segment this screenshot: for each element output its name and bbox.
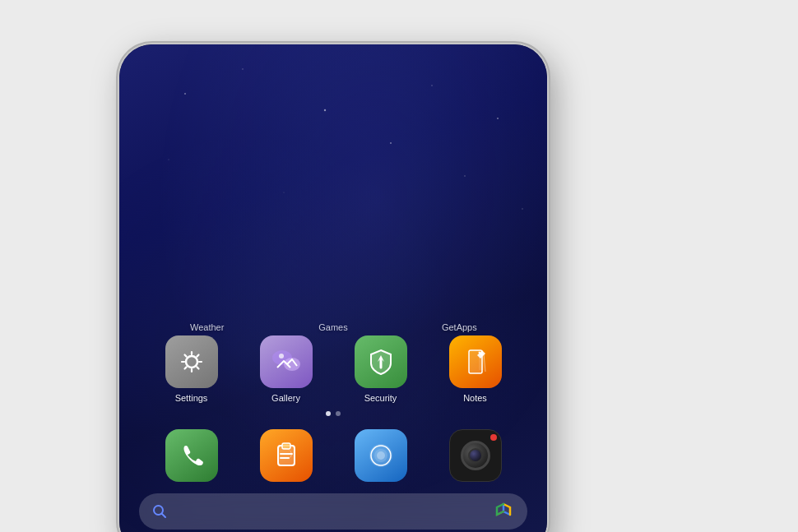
app-settings[interactable]: Settings	[159, 335, 225, 403]
security-icon-bg	[355, 335, 407, 388]
top-label-row: Weather Games GetApps	[119, 317, 547, 335]
main-app-row: Settings Gallery	[119, 335, 547, 403]
message-bubble-icon	[366, 441, 396, 470]
svg-line-17	[484, 354, 485, 372]
search-bar[interactable]	[139, 493, 527, 530]
svg-point-13	[279, 354, 284, 359]
settings-label: Settings	[175, 393, 208, 403]
phone-body: Weather Games GetApps Settings	[119, 44, 547, 533]
dot-inactive	[336, 411, 341, 416]
clipboard-icon-bg	[260, 429, 313, 482]
app-camera[interactable]	[443, 429, 508, 482]
gallery-icon-bg	[260, 335, 313, 388]
app-messages[interactable]	[348, 429, 414, 482]
app-clipboard[interactable]	[253, 429, 319, 482]
svg-line-27	[162, 513, 166, 517]
gallery-label: Gallery	[271, 393, 300, 403]
google-arc-icon	[493, 501, 514, 522]
settings-icon-bg	[165, 335, 218, 388]
messages-icon-bg	[355, 429, 407, 482]
camera-icon-bg	[449, 429, 502, 482]
weather-label[interactable]: Weather	[174, 322, 240, 332]
pencil-icon	[461, 347, 490, 377]
search-left	[152, 504, 167, 519]
notes-label: Notes	[463, 393, 487, 403]
screen: Weather Games GetApps Settings	[119, 44, 547, 533]
page-indicators	[119, 411, 547, 416]
phone-handset-icon	[178, 442, 206, 470]
getapps-label[interactable]: GetApps	[426, 322, 492, 332]
app-gallery[interactable]: Gallery	[253, 335, 319, 403]
dock-row	[119, 429, 547, 482]
app-notes[interactable]: Notes	[443, 335, 508, 403]
phone-icon-bg	[165, 429, 218, 482]
notes-icon-bg	[449, 335, 502, 388]
camera-red-dot	[490, 434, 497, 441]
phone-container: Weather Games GetApps Settings	[119, 44, 547, 533]
search-icon	[152, 504, 167, 519]
gallery-icon	[271, 346, 302, 377]
games-label[interactable]: Games	[300, 322, 366, 332]
dot-active	[326, 411, 331, 416]
svg-point-25	[377, 451, 385, 460]
camera-lens	[461, 441, 490, 470]
arc-logo-icon	[493, 501, 514, 522]
app-security[interactable]: Security	[348, 335, 414, 403]
shield-icon	[366, 347, 396, 377]
gear-icon	[177, 347, 206, 377]
security-label: Security	[364, 393, 397, 403]
clip-icon	[271, 441, 301, 470]
app-phone[interactable]	[159, 429, 225, 482]
svg-point-10	[186, 356, 197, 368]
